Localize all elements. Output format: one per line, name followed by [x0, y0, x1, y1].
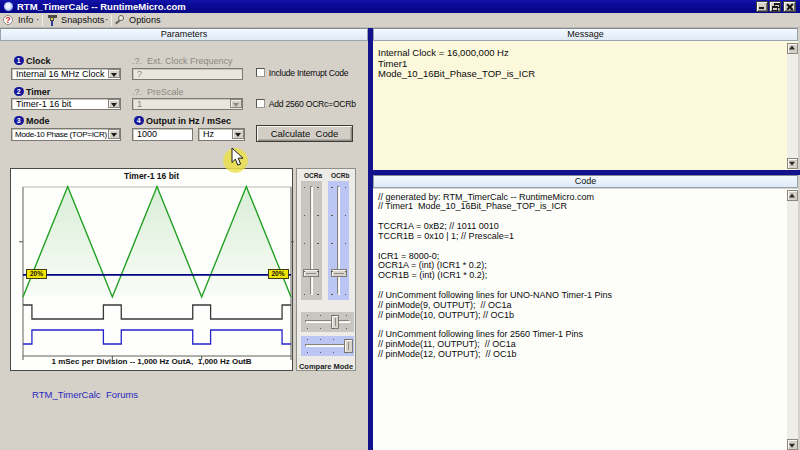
output-value-input[interactable]: 1000 [132, 128, 193, 141]
code-scrollbar[interactable] [787, 190, 799, 450]
scroll-down-button[interactable] [787, 158, 799, 169]
output-unit-arrow[interactable] [232, 129, 244, 139]
slider-tick [346, 339, 348, 341]
compare-slider-a-thumb[interactable] [331, 315, 340, 329]
ocrb-slider[interactable] [328, 181, 349, 300]
ocrb-label: OCRb [331, 172, 349, 179]
clock-select[interactable]: Internal 16 MHz Clock [11, 68, 121, 80]
mode-select-value: Mode-10 Phase (TOP=ICR) [15, 129, 109, 140]
slider-tick [304, 215, 306, 217]
window-title: RTM_TimerCalc -- RuntimeMicro.com [17, 1, 186, 12]
compare-slider-a[interactable] [301, 312, 354, 333]
scroll-up-button[interactable] [787, 43, 799, 54]
timer-label: Timer [26, 87, 50, 97]
minimize-button[interactable] [756, 1, 768, 12]
slider-groove [305, 344, 350, 347]
slider-tick [346, 315, 348, 317]
add-2560-checkbox[interactable]: Add 2560 OCRc=OCRb [256, 99, 356, 109]
calculate-code-button[interactable]: Calculate Code [256, 125, 353, 142]
include-interrupt-checkbox[interactable]: Include Interrupt Code [256, 68, 348, 78]
prescale-select[interactable]: 1 [132, 98, 243, 110]
code-line: // pinMode(10, OUTPUT); // OC1b [378, 311, 612, 321]
slider-tick [333, 352, 335, 354]
include-interrupt-label: Include Interrupt Code [269, 68, 349, 78]
checkbox-icon[interactable] [256, 68, 265, 77]
slider-tick [304, 271, 306, 273]
menu-label-options: Options [129, 15, 161, 25]
mode-select-arrow[interactable] [108, 129, 120, 139]
message-line: Internal Clock = 16,000,000 Hz [378, 48, 535, 59]
compare-slider-b[interactable] [301, 336, 354, 357]
slider-tick [317, 215, 319, 217]
menu-bar: ? Info · Snapshots · Options [0, 13, 800, 28]
step-1-badge: 1 [14, 56, 24, 66]
minimize-icon [759, 7, 764, 9]
code-panel: // generated by: RTM_TimerCalc -- Runtim… [373, 189, 798, 450]
checkbox-icon[interactable] [256, 99, 265, 108]
close-button[interactable] [783, 1, 796, 12]
slider-tick [331, 215, 333, 217]
slider-tick [331, 271, 333, 273]
arrow-down-icon [789, 443, 795, 447]
slider-tick [345, 294, 347, 296]
scroll-down-button[interactable] [787, 439, 799, 450]
message-text: Internal Clock = 16,000,000 HzTimer1Mode… [378, 48, 535, 80]
chevron-down-icon [111, 133, 117, 137]
output-unit-select[interactable]: Hz [198, 128, 245, 141]
prescale-select-arrow[interactable] [230, 99, 242, 108]
restore-button[interactable] [769, 1, 781, 12]
timer-select-arrow[interactable] [108, 99, 120, 108]
slider-tick [317, 271, 319, 273]
slider-tick [333, 328, 335, 330]
message-line: Mode_10_16Bit_Phase_TOP_is_ICR [378, 69, 535, 80]
code-line: TCCR1B = 0x10 | 1; // Prescale=1 [378, 232, 612, 242]
waveform-chart: Timer-1 16 bit 20% 20% 1 mSec per Divisi… [10, 168, 293, 372]
ext-clock-label: .?. Ext. Clock Frequency [132, 56, 233, 66]
scroll-up-button[interactable] [787, 190, 799, 201]
arrow-up-icon [789, 45, 795, 49]
output-unit-value: Hz [203, 129, 231, 140]
app-icon [4, 2, 13, 11]
mode-select[interactable]: Mode-10 Phase (TOP=ICR) [11, 128, 121, 141]
output-value: 1000 [137, 129, 157, 140]
chevron-down-icon [111, 72, 117, 76]
slider-groove [310, 186, 313, 295]
chevron-down-icon [233, 102, 239, 106]
compare-slider-panel: OCRa OCRb Compare Mode [296, 168, 356, 372]
slider-tick [345, 271, 347, 273]
chart-caption: 1 mSec per Division -- 1,000 Hz OutA, 1,… [11, 357, 292, 366]
level-label-left: 20% [26, 269, 47, 279]
menu-item-options[interactable]: Options [114, 13, 161, 27]
parameters-header: Parameters [0, 28, 368, 41]
slider-tick [320, 339, 322, 341]
snapshot-icon [47, 15, 57, 26]
message-scrollbar[interactable] [787, 43, 799, 169]
menu-separator [42, 15, 43, 26]
chevron-down-icon [235, 133, 241, 137]
slider-tick [304, 187, 306, 189]
compare-slider-b-thumb[interactable] [344, 339, 353, 353]
snapshots-dropdown-dot[interactable]: · [105, 13, 108, 27]
ext-clock-value: ? [137, 69, 142, 79]
step-3-badge: 3 [14, 116, 24, 126]
clock-select-arrow[interactable] [108, 69, 120, 78]
ext-clock-input[interactable]: ? [132, 68, 243, 80]
menu-item-snapshots[interactable]: Snapshots [47, 13, 104, 27]
clock-label: Clock [26, 56, 51, 66]
title-bar: RTM_TimerCalc -- RuntimeMicro.com [0, 0, 800, 13]
ocra-slider[interactable] [301, 181, 322, 300]
slider-groove [337, 186, 340, 295]
timer-select[interactable]: Timer-1 16 bit [11, 98, 121, 110]
arrow-up-icon [789, 193, 795, 197]
info-dropdown-dot[interactable]: · [36, 13, 39, 27]
slider-tick [345, 187, 347, 189]
slider-tick [307, 339, 309, 341]
menu-label-info: Info [18, 15, 33, 25]
menu-item-info[interactable]: ? Info [3, 13, 33, 27]
slider-tick [320, 315, 322, 317]
parameters-panel: 1 Clock .?. Ext. Clock Frequency Interna… [0, 41, 368, 450]
slider-tick [317, 243, 319, 245]
slider-tick [331, 294, 333, 296]
menu-separator [111, 15, 112, 26]
forums-link[interactable]: RTM_TimerCalc Forums [32, 389, 138, 400]
